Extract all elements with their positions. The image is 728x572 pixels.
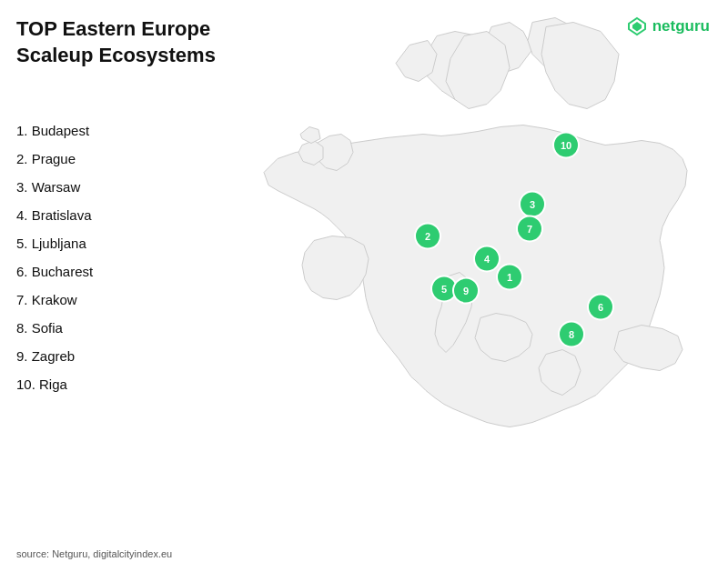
legend-item: 10. Riga xyxy=(16,376,93,392)
legend-item: 1. Budapest xyxy=(16,123,93,138)
svg-text:10: 10 xyxy=(561,140,571,151)
legend-item: 4. Bratislava xyxy=(16,207,93,223)
city-marker-warsaw[interactable]: 3 xyxy=(520,192,545,217)
city-marker-budapest[interactable]: 1 xyxy=(497,265,522,290)
svg-text:4: 4 xyxy=(484,254,490,265)
legend: 1. Budapest2. Prague3. Warsaw4. Bratisla… xyxy=(16,123,93,392)
svg-text:9: 9 xyxy=(463,286,469,296)
page-container: TOP Eastern Europe Scaleup Ecosystems ne… xyxy=(0,0,728,572)
city-marker-zagreb[interactable]: 9 xyxy=(453,278,479,304)
legend-item: 8. Sofia xyxy=(16,320,93,336)
svg-text:6: 6 xyxy=(598,302,603,313)
svg-text:3: 3 xyxy=(530,199,535,210)
svg-text:5: 5 xyxy=(441,284,447,295)
svg-text:7: 7 xyxy=(527,224,532,235)
city-marker-bratislava[interactable]: 4 xyxy=(474,246,500,272)
city-marker-krakow[interactable]: 7 xyxy=(517,216,542,242)
city-marker-sofia[interactable]: 8 xyxy=(559,322,584,347)
city-marker-riga[interactable]: 10 xyxy=(553,133,579,158)
svg-text:8: 8 xyxy=(569,329,574,340)
legend-item: 3. Warsaw xyxy=(16,179,93,195)
legend-item: 2. Prague xyxy=(16,151,93,166)
city-marker-bucharest[interactable]: 6 xyxy=(588,295,613,320)
source-text: source: Netguru, digitalcityindex.eu xyxy=(16,548,172,559)
legend-item: 5. Ljubljana xyxy=(16,236,93,251)
legend-item: 9. Zagreb xyxy=(16,348,93,364)
city-marker-prague[interactable]: 2 xyxy=(415,224,440,249)
map-container: 12345678910 xyxy=(155,0,728,572)
legend-item: 6. Bucharest xyxy=(16,264,93,279)
europe-map: 12345678910 xyxy=(155,0,728,572)
svg-text:1: 1 xyxy=(507,272,512,283)
svg-text:2: 2 xyxy=(425,231,430,242)
legend-item: 7. Krakow xyxy=(16,292,93,307)
